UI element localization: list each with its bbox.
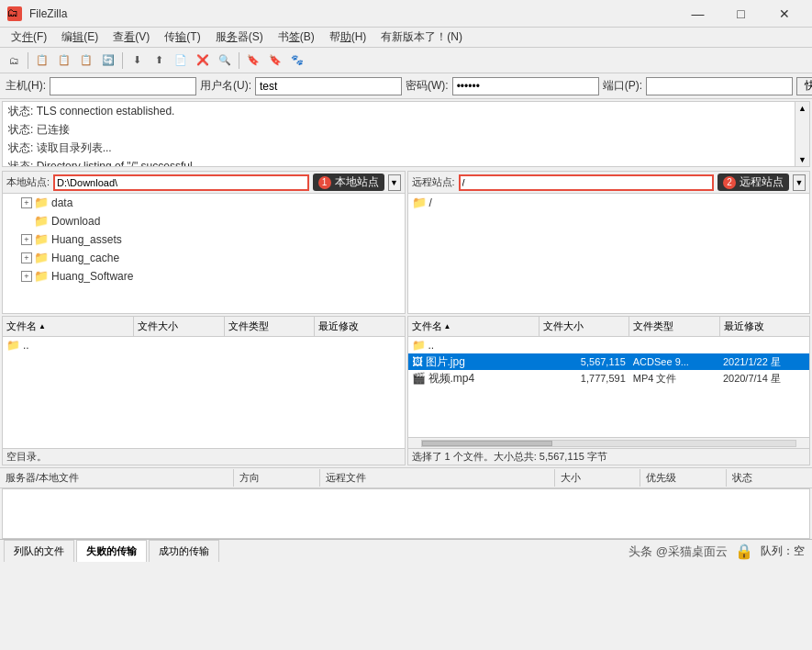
close-button[interactable]: ✕	[763, 0, 805, 28]
menu-server[interactable]: 服务器(S)	[208, 28, 271, 47]
host-input[interactable]	[50, 77, 196, 95]
remote-file-row-up[interactable]: 📁 ..	[408, 337, 810, 353]
remote-scrollbar[interactable]	[408, 437, 810, 448]
folder-icon-root: 📁	[412, 195, 427, 211]
tree-item-download[interactable]: 📁 Download	[3, 212, 405, 230]
remote-file-name-mp4: 视频.mp4	[428, 371, 475, 387]
toolbar-btn-11[interactable]: 🔖	[265, 50, 285, 71]
remote-cell-size-mp4: 1,777,591	[539, 373, 629, 384]
remote-annotation-text: 远程站点	[740, 174, 784, 190]
menu-view[interactable]: 查看(V)	[106, 28, 157, 47]
menu-file[interactable]: 文件(F)	[4, 28, 54, 47]
pass-input[interactable]	[452, 77, 599, 95]
queue-content	[2, 488, 810, 539]
toolbar-btn-1[interactable]: 📋	[32, 50, 52, 71]
remote-path-dropdown[interactable]: ▼	[793, 174, 806, 191]
title-text: FileZilla	[29, 7, 67, 20]
local-col-size[interactable]: 文件大小	[134, 317, 224, 336]
minimize-button[interactable]: —	[677, 0, 718, 28]
local-col-modified[interactable]: 最近修改	[315, 317, 404, 336]
remote-file-icon-mp4: 🎬	[412, 372, 426, 385]
remote-col-modified[interactable]: 最近修改	[720, 317, 809, 336]
remote-file-icon-up: 📁	[412, 339, 426, 352]
local-path-label: 本地站点:	[6, 175, 50, 189]
queue-area: 服务器/本地文件 方向 远程文件 大小 优先级 状态	[0, 467, 812, 539]
local-col-name[interactable]: 文件名 ▲	[3, 317, 134, 336]
user-label: 用户名(U):	[200, 78, 251, 94]
menu-help[interactable]: 帮助(H)	[322, 28, 374, 47]
tree-item-huang-assets[interactable]: + 📁 Huang_assets	[3, 230, 405, 249]
host-label: 主机(H):	[6, 78, 46, 94]
remote-panel: 远程站点: 2 远程站点 ▼ 📁 /	[407, 171, 811, 314]
tab-queued[interactable]: 列队的文件	[4, 540, 74, 562]
sort-arrow-name: ▲	[39, 322, 46, 331]
queue-col-direction: 方向	[234, 469, 320, 487]
tree-expand-huang-cache[interactable]: +	[21, 252, 32, 263]
remote-file-header: 文件名 ▲ 文件大小 文件类型 最近修改	[408, 317, 810, 337]
local-file-row-up[interactable]: 📁 ..	[3, 337, 405, 353]
port-input[interactable]	[646, 77, 793, 95]
tree-label-huang-assets: Huang_assets	[51, 231, 122, 248]
remote-file-panel: 文件名 ▲ 文件大小 文件类型 最近修改 📁 .. 🖼 图片.jpg	[407, 316, 811, 465]
menu-transfer[interactable]: 传输(T)	[157, 28, 207, 47]
tree-item-data[interactable]: + 📁 data	[3, 194, 405, 212]
toolbar-separator-2	[122, 52, 123, 69]
remote-scroll-track[interactable]	[421, 440, 797, 447]
local-col-type[interactable]: 文件类型	[225, 317, 315, 336]
toolbar-btn-3[interactable]: 📋	[76, 50, 96, 71]
remote-col-type[interactable]: 文件类型	[629, 317, 719, 336]
remote-file-row-jpg[interactable]: 🖼 图片.jpg 5,567,115 ACDSee 9... 2021/1/22…	[408, 353, 810, 370]
address-bar: 主机(H): 用户名(U): 密码(W): 端口(P): 快速连接(Q) ▼	[0, 73, 812, 99]
maximize-button[interactable]: □	[720, 0, 762, 28]
app-icon: 🗂	[7, 6, 22, 21]
tree-label-download: Download	[51, 213, 100, 230]
toolbar-btn-4[interactable]: 🔄	[98, 50, 118, 71]
toolbar-btn-5[interactable]: ⬇	[127, 50, 147, 71]
local-tree: + 📁 data 📁 Download + 📁 Huang_assets + 📁	[3, 194, 405, 313]
toolbar-btn-8[interactable]: ❌	[193, 50, 213, 71]
tree-expand-data[interactable]: +	[21, 197, 32, 208]
tree-panels: 本地站点: 1 本地站点 ▼ + 📁 data 📁 Download	[0, 169, 812, 316]
toolbar-btn-10[interactable]: 🔖	[243, 50, 263, 71]
local-path-input[interactable]	[53, 174, 308, 191]
remote-scroll-thumb[interactable]	[422, 441, 553, 446]
lock-icon: 🔒	[735, 543, 753, 560]
watermark: 头条 @采猫桌面云	[628, 544, 728, 560]
status-area: 状态: TLS connection established. 状态: 已连接 …	[2, 101, 810, 167]
connect-button[interactable]: 快速连接(Q)	[796, 77, 812, 95]
remote-file-row-mp4[interactable]: 🎬 视频.mp4 1,777,591 MP4 文件 2020/7/14 星	[408, 370, 810, 387]
tree-item-huang-software[interactable]: + 📁 Huang_Software	[3, 267, 405, 286]
user-input[interactable]	[255, 77, 402, 95]
remote-path-input[interactable]	[459, 174, 714, 191]
toolbar-btn-9[interactable]: 🔍	[215, 50, 235, 71]
toolbar-btn-6[interactable]: ⬆	[149, 50, 169, 71]
menu-bookmarks[interactable]: 书签(B)	[271, 28, 322, 47]
remote-col-size[interactable]: 文件大小	[539, 317, 629, 336]
tree-label-huang-software: Huang_Software	[51, 268, 133, 285]
local-path-dropdown[interactable]: ▼	[388, 174, 401, 191]
tab-success[interactable]: 成功的传输	[149, 540, 219, 562]
tree-item-root[interactable]: 📁 /	[408, 194, 810, 212]
status-scrollbar[interactable]: ▲ ▼	[795, 102, 809, 166]
toolbar-btn-7[interactable]: 📄	[171, 50, 191, 71]
tree-expand-huang-assets[interactable]: +	[21, 234, 32, 245]
tab-failed[interactable]: 失败的传输	[76, 540, 147, 562]
menu-update[interactable]: 有新版本了！(N)	[373, 28, 470, 47]
local-file-list: 📁 ..	[3, 337, 405, 448]
menu-edit[interactable]: 编辑(E)	[54, 28, 106, 47]
toolbar-btn-2[interactable]: 📋	[54, 50, 74, 71]
tree-expand-huang-software[interactable]: +	[21, 271, 32, 282]
remote-annotation: 2 远程站点	[717, 174, 789, 191]
queue-col-size: 大小	[555, 469, 641, 487]
toolbar-btn-12[interactable]: 🐾	[287, 50, 307, 71]
queue-header: 服务器/本地文件 方向 远程文件 大小 优先级 状态	[0, 468, 812, 488]
remote-col-name[interactable]: 文件名 ▲	[408, 317, 539, 336]
tree-label-data: data	[51, 195, 72, 211]
remote-file-icon-jpg: 🖼	[412, 355, 423, 368]
local-file-name-up: ..	[23, 339, 29, 352]
tree-item-huang-cache[interactable]: + 📁 Huang_cache	[3, 249, 405, 267]
bottom-bar: 列队的文件 失败的传输 成功的传输 头条 @采猫桌面云 🔒 队列：空	[0, 539, 812, 562]
toolbar-site-manager[interactable]: 🗂	[4, 50, 24, 71]
remote-file-name-jpg: 图片.jpg	[426, 354, 465, 370]
remote-file-name-up: ..	[428, 339, 435, 352]
